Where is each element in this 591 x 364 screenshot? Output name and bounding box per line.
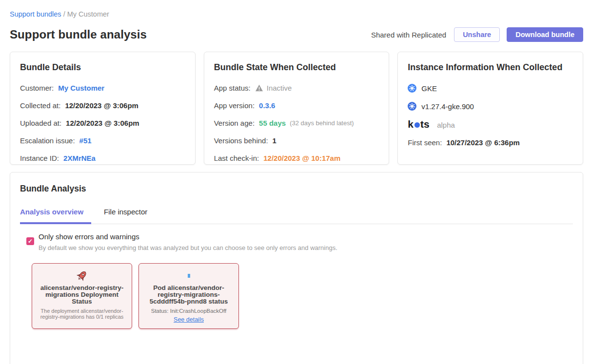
version-age-value: 55 days (259, 119, 286, 127)
support-bundle-analysis-page: Support bundles / My Customer Support bu… (0, 0, 591, 364)
last-checkin-value: 12/20/2023 @ 10:17am (263, 154, 340, 162)
breadcrumb: Support bundles / My Customer (10, 10, 583, 18)
breadcrumb-current: My Customer (67, 10, 109, 18)
app-status-value: Inactive (267, 84, 292, 92)
collected-at-row: Collected at: 12/20/2023 @ 3:06pm (20, 101, 185, 110)
first-seen-value: 10/27/2023 @ 6:36pm (446, 138, 520, 147)
instance-id-row: Instance ID: 2XMrNEa (20, 154, 185, 162)
kots-logo: kts (408, 118, 429, 130)
bundle-state-card: Bundle State When Collected App status: … (204, 52, 390, 165)
customer-label: Customer: (20, 84, 54, 92)
analysis-errors-row: alicenstar/vendor-registry-migrations De… (20, 263, 573, 329)
page-title: Support bundle analysis (10, 28, 147, 41)
app-status-label: App status: (214, 84, 251, 92)
customer-row: Customer: My Customer (20, 84, 185, 92)
error-title: alicenstar/vendor-registry-migrations De… (40, 285, 124, 306)
analysis-tabs: Analysis overview File inspector (20, 208, 573, 224)
filter-description: By default we show you everything that w… (39, 244, 337, 251)
version-age-row: Version age: 55 days (32 days behind lat… (214, 119, 379, 127)
kots-channel: alpha (437, 121, 455, 129)
first-seen-label: First seen: (408, 138, 442, 147)
versions-behind-value: 1 (273, 136, 276, 145)
bundle-state-title: Bundle State When Collected (214, 62, 379, 73)
kots-logo-ts: ts (420, 118, 430, 130)
distribution-row: GKE (408, 84, 573, 93)
escalation-issue-row: Escalation issue: #51 (20, 136, 185, 145)
distribution-value: GKE (421, 84, 437, 93)
kubernetes-icon (408, 84, 416, 93)
checkmark-icon: ✓ (28, 238, 33, 244)
analysis-error-card-pod-status[interactable]: Pod alicenstar/vendor-registry-migration… (138, 263, 239, 329)
kots-logo-k: k (408, 118, 414, 130)
bundle-details-card: Bundle Details Customer: My Customer Col… (10, 52, 196, 165)
info-cards-row: Bundle Details Customer: My Customer Col… (10, 52, 583, 165)
filter-text-block: Only show errors and warnings By default… (39, 232, 337, 251)
app-status-row: App status: Inactive (214, 84, 379, 92)
error-status-message: Status: Init:CrashLoopBackOff (143, 308, 235, 314)
tab-file-inspector[interactable]: File inspector (104, 208, 155, 224)
customer-link[interactable]: My Customer (58, 84, 104, 92)
analysis-error-card-deployment[interactable]: alicenstar/vendor-registry-migrations De… (32, 263, 132, 329)
download-bundle-button[interactable]: Download bundle (507, 27, 583, 42)
app-version-link[interactable]: 0.3.6 (259, 101, 275, 110)
app-version-label: App version: (214, 101, 255, 110)
error-message: The deployment alicenstar/vendor-registr… (36, 308, 128, 320)
filter-label[interactable]: Only show errors and warnings (39, 232, 337, 241)
version-age-note: (32 days behind latest) (290, 119, 354, 127)
uploaded-at-row: Uploaded at: 12/20/2023 @ 3:06pm (20, 119, 185, 127)
collected-at-value: 12/20/2023 @ 3:06pm (65, 101, 138, 110)
uploaded-at-value: 12/20/2023 @ 3:06pm (66, 119, 139, 127)
bundle-details-title: Bundle Details (20, 62, 185, 73)
header-actions: Shared with Replicated Unshare Download … (371, 27, 583, 42)
tab-analysis-overview[interactable]: Analysis overview (20, 208, 91, 224)
breadcrumb-support-bundles-link[interactable]: Support bundles (10, 10, 61, 18)
uploaded-at-label: Uploaded at: (20, 119, 61, 127)
kots-row: kts alpha (408, 118, 573, 130)
shared-status-text: Shared with Replicated (371, 31, 446, 39)
versions-behind-label: Versions behind: (214, 136, 268, 145)
kots-logo-o-dot (414, 122, 420, 128)
kubernetes-version-icon (408, 102, 416, 111)
errors-filter-row: ✓ Only show errors and warnings By defau… (20, 232, 573, 251)
error-title: Pod alicenstar/vendor-registry-migration… (147, 285, 231, 306)
unshare-button[interactable]: Unshare (454, 27, 500, 42)
first-seen-row: First seen: 10/27/2023 @ 6:36pm (408, 138, 573, 147)
versions-behind-row: Versions behind: 1 (214, 136, 379, 145)
bundle-analysis-card: Bundle Analysis Analysis overview File i… (10, 172, 583, 364)
rocket-icon (74, 268, 90, 284)
error-icon-row (143, 268, 235, 284)
last-checkin-label: Last check-in: (214, 154, 259, 162)
escalation-issue-link[interactable]: #51 (79, 136, 92, 145)
version-age-label: Version age: (214, 119, 255, 127)
k8s-version-row: v1.27.4-gke.900 (408, 102, 573, 111)
instance-info-title: Instance Information When Collected (408, 62, 573, 73)
error-icon-row (36, 268, 128, 284)
instance-id-label: Instance ID: (20, 154, 59, 162)
collected-at-label: Collected at: (20, 101, 60, 110)
warning-triangle-icon (255, 84, 263, 92)
last-checkin-row: Last check-in: 12/20/2023 @ 10:17am (214, 154, 379, 162)
app-version-row: App version: 0.3.6 (214, 101, 379, 110)
breadcrumb-separator-glyph: / (63, 10, 65, 18)
escalation-issue-label: Escalation issue: (20, 136, 75, 145)
instance-info-card: Instance Information When Collected (397, 52, 583, 165)
only-errors-checkbox[interactable]: ✓ (26, 237, 34, 245)
see-details-link[interactable]: See details (174, 316, 204, 323)
bundle-analysis-title: Bundle Analysis (20, 184, 573, 194)
k8s-version-value: v1.27.4-gke.900 (421, 102, 474, 111)
pod-icon (188, 274, 190, 278)
instance-id-link[interactable]: 2XMrNEa (63, 154, 96, 162)
page-header: Support bundle analysis Shared with Repl… (10, 27, 583, 42)
